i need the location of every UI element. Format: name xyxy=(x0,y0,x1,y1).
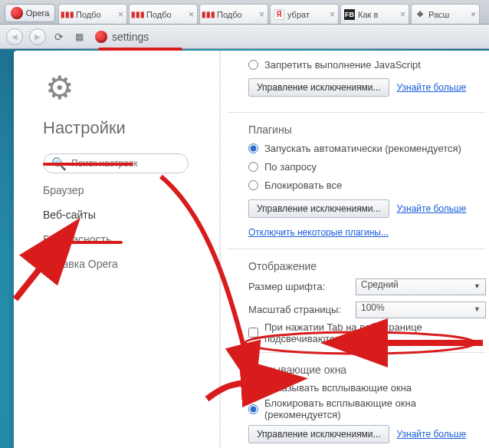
option-label: Запретить выполнение JavaScript xyxy=(264,59,421,71)
plugins-auto-option[interactable]: Запускать автоматически (рекомендуется) xyxy=(248,142,486,154)
browser-toolbar: ◄ ► ⟳ ▦ settings xyxy=(0,25,489,49)
tab-label: Подбо xyxy=(217,10,242,19)
bars-icon: ▮▮▮ xyxy=(203,9,214,20)
manage-exceptions-button[interactable]: Управление исключениями... xyxy=(248,78,389,97)
popups-block-option[interactable]: Блокировать всплывающие окна (рекомендуе… xyxy=(248,400,486,417)
radio-input[interactable] xyxy=(248,383,258,393)
close-icon[interactable]: × xyxy=(189,9,194,20)
plugins-ondemand-option[interactable]: По запросу xyxy=(248,160,486,173)
manage-exceptions-button[interactable]: Управление исключениями... xyxy=(248,425,389,443)
option-label: Блокировать все xyxy=(264,180,342,191)
browser-tab[interactable]: ▮▮▮ Подбо × xyxy=(129,4,198,24)
tab-label: Подбо xyxy=(146,10,172,19)
browser-tab[interactable]: ▮▮▮ Подбо × xyxy=(58,4,127,24)
manage-exceptions-button[interactable]: Управление исключениями... xyxy=(248,199,389,218)
learn-more-link[interactable]: Узнайте больше xyxy=(397,429,467,440)
settings-content: Запретить выполнение JavaScript Управлен… xyxy=(205,51,489,448)
settings-search-input[interactable] xyxy=(71,158,186,169)
close-icon[interactable]: × xyxy=(330,9,335,20)
disable-plugins-link[interactable]: Отключить некоторые плагины... xyxy=(248,227,486,238)
js-block-option[interactable]: Запретить выполнение JavaScript xyxy=(248,58,486,71)
checkbox-input[interactable] xyxy=(248,328,258,338)
tab-strip: ▮▮▮ Подбо × ▮▮▮ Подбо × ▮▮▮ Подбо × Я уб… xyxy=(58,4,489,24)
sidebar-item-browser[interactable]: Браузер xyxy=(43,176,189,198)
fb-icon: FB xyxy=(344,9,355,20)
sidebar-title: Настройки xyxy=(43,118,189,138)
zoom-select[interactable]: 100% xyxy=(356,301,486,318)
bars-icon: ▮▮▮ xyxy=(133,9,143,20)
section-display-title: Отображение xyxy=(248,260,486,272)
tab-label: Подбо xyxy=(76,10,101,19)
settings-search[interactable]: 🔍 xyxy=(43,153,189,173)
app-name: Opera xyxy=(26,8,50,18)
gear-icon: ⚙ xyxy=(43,71,77,104)
tab-label: Как в xyxy=(358,10,378,19)
opera-logo-icon xyxy=(95,31,107,43)
address-bar[interactable]: settings xyxy=(92,31,149,43)
learn-more-link[interactable]: Узнайте больше xyxy=(397,203,467,214)
option-label: Запускать автоматически (рекомендуется) xyxy=(264,143,461,154)
window-titlebar: Opera ▮▮▮ Подбо × ▮▮▮ Подбо × ▮▮▮ Подбо … xyxy=(0,0,489,25)
search-icon: 🔍 xyxy=(51,156,67,171)
separator xyxy=(227,112,486,113)
option-label: Блокировать всплывающие окна (рекомендуе… xyxy=(264,397,486,420)
forward-button[interactable]: ► xyxy=(29,28,46,45)
option-label: При нажатии Tab на веб-странице подсвечи… xyxy=(264,321,486,344)
settings-sidebar: ⚙ Настройки 🔍 Браузер Веб-сайты Безопасн… xyxy=(14,51,205,448)
vertical-separator xyxy=(219,51,221,448)
bars-icon: ▮▮▮ xyxy=(62,9,73,20)
zoom-row: Масштаб страницы: 100% xyxy=(248,301,486,318)
sidebar-item-help[interactable]: Справка Opera xyxy=(43,250,189,272)
browser-tab[interactable]: ✥ Расш × xyxy=(411,4,480,24)
yandex-icon: Я xyxy=(274,9,284,20)
learn-more-link[interactable]: Узнайте больше xyxy=(397,82,467,93)
opera-logo-icon xyxy=(11,7,23,19)
close-icon[interactable]: × xyxy=(400,9,405,20)
tab-highlight-option[interactable]: При нажатии Tab на веб-странице подсвечи… xyxy=(248,324,486,341)
option-label: По запросу xyxy=(264,161,317,173)
font-size-select[interactable]: Средний xyxy=(356,278,486,295)
tab-label: Расш xyxy=(428,10,449,19)
close-icon[interactable]: × xyxy=(259,9,264,20)
browser-tab[interactable]: Я убрат × xyxy=(270,4,339,24)
settings-page: ⚙ Настройки 🔍 Браузер Веб-сайты Безопасн… xyxy=(14,51,489,448)
address-text: settings xyxy=(112,31,149,43)
reload-button[interactable]: ⟳ xyxy=(52,30,66,44)
browser-tab[interactable]: ▮▮▮ Подбо × xyxy=(199,4,268,24)
extension-icon: ✥ xyxy=(415,9,425,20)
radio-input[interactable] xyxy=(248,162,258,172)
section-popups-title: Всплывающие окна xyxy=(248,364,486,376)
section-plugins-title: Плагины xyxy=(248,124,486,136)
radio-input[interactable] xyxy=(248,180,258,190)
plugins-block-option[interactable]: Блокировать все xyxy=(248,180,486,192)
sidebar-item-websites[interactable]: Веб-сайты xyxy=(43,201,189,222)
browser-tab[interactable]: FB Как в × xyxy=(340,4,409,24)
tab-label: убрат xyxy=(287,10,310,19)
radio-input[interactable] xyxy=(248,60,258,70)
option-label: Показывать всплывающие окна xyxy=(264,382,412,394)
close-icon[interactable]: × xyxy=(471,9,476,20)
separator xyxy=(227,352,486,353)
speed-dial-button[interactable]: ▦ xyxy=(72,30,86,44)
sidebar-item-security[interactable]: Безопасность xyxy=(43,226,189,247)
app-menu-button[interactable]: Opera xyxy=(5,4,55,22)
font-size-label: Размер шрифта: xyxy=(248,281,348,292)
popups-show-option[interactable]: Показывать всплывающие окна xyxy=(248,382,486,394)
close-icon[interactable]: × xyxy=(118,9,123,20)
font-size-row: Размер шрифта: Средний xyxy=(248,278,486,295)
radio-input[interactable] xyxy=(248,404,258,414)
back-button[interactable]: ◄ xyxy=(6,28,23,45)
zoom-label: Масштаб страницы: xyxy=(248,304,348,315)
separator xyxy=(227,249,486,249)
radio-input[interactable] xyxy=(248,143,258,153)
